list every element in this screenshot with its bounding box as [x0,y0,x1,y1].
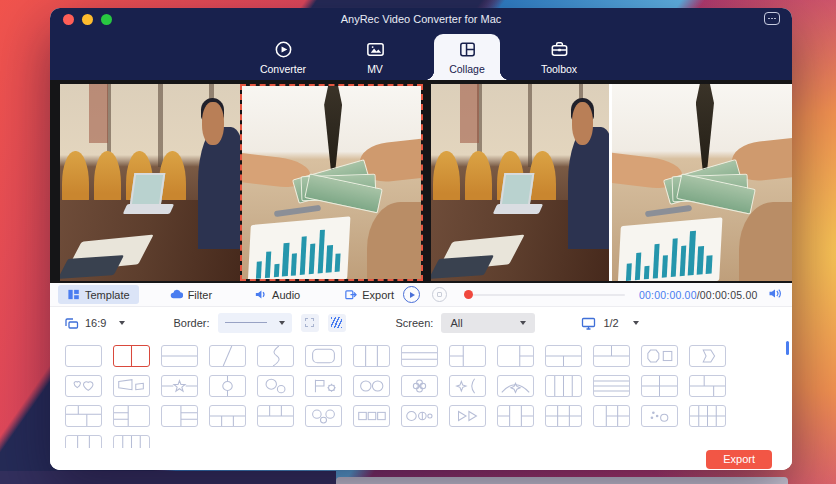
tool-tab-filter[interactable]: Filter [161,285,221,304]
template-item-left-big-right-split[interactable] [497,345,534,367]
export-arrow-icon [344,288,357,301]
bottom-bar: Export [50,448,792,470]
template-item-star-line[interactable] [161,375,198,397]
tool-tab-audio[interactable]: Audio [245,285,309,304]
template-item-arc-star[interactable] [497,375,534,397]
template-item-clover[interactable] [401,375,438,397]
template-item-grid-3x2[interactable] [545,405,582,427]
template-item-split-4v[interactable] [545,375,582,397]
template-item-dots-circle[interactable] [641,405,678,427]
tool-tab-audio-label: Audio [272,289,300,301]
template-item-burst-curve[interactable] [449,375,486,397]
template-item-circles-pair[interactable] [353,375,390,397]
tab-collage[interactable]: Collage [434,34,500,80]
template-item-grid-corner[interactable] [65,405,102,427]
collage-icon [457,39,478,60]
template-item-split-3h[interactable] [401,345,438,367]
money-photo [612,84,792,281]
template-item-circle-split-dot[interactable] [401,405,438,427]
person-body [198,127,239,249]
template-item-split-3v[interactable] [65,435,102,448]
template-item-left-col-grid[interactable] [593,405,630,427]
background-window-dark [0,471,336,484]
office-photo [60,84,240,281]
collage-cell-money-selected[interactable] [240,84,423,281]
grid-scrollbar-thumb[interactable] [786,341,789,355]
volume-button[interactable] [768,287,782,302]
template-item-blank[interactable] [65,345,102,367]
template-item-top-split-bottom-full[interactable] [593,345,630,367]
template-item-curve-split[interactable] [257,345,294,367]
template-item-split-4h[interactable] [593,375,630,397]
app-window: AnyRec Video Converter for Mac Converter… [50,8,792,470]
template-item-top-full-bottom-split[interactable] [545,345,582,367]
preview-cell-money [612,84,792,281]
tool-tab-template[interactable]: Template [58,285,139,304]
template-item-pentagon-frame[interactable] [689,345,726,367]
right-forearm [367,202,423,281]
template-item-diagonal-split[interactable] [209,345,246,367]
template-grid [65,345,726,448]
template-item-circle-line[interactable] [209,375,246,397]
tab-toolbox[interactable]: Toolbox [526,30,592,80]
tool-tab-template-label: Template [85,289,130,301]
template-item-split-2v[interactable] [113,345,150,367]
play-button[interactable] [403,286,420,303]
seek-bar[interactable] [465,294,625,296]
screen-value: All [450,317,462,329]
aspect-caret-icon [119,321,125,325]
template-item-split-3v[interactable] [353,345,390,367]
template-item-flag-gear[interactable] [305,375,342,397]
tab-converter-label: Converter [260,63,306,75]
collage-preview-panel [431,84,792,281]
tab-mv[interactable]: MV [342,30,408,80]
template-item-grid-4x2[interactable] [689,405,726,427]
template-item-top-full-bottom-3[interactable] [209,405,246,427]
screen-dropdown[interactable]: All [441,313,535,333]
person-body [568,127,609,249]
template-item-grid-2x2[interactable] [641,375,678,397]
template-item-cols-outer-split[interactable] [497,405,534,427]
aspect-ratio-value: 16:9 [85,317,106,329]
template-item-rounded-frame[interactable] [305,345,342,367]
template-item-left-2rows-right-big[interactable] [113,405,150,427]
bar-chart-drawing [626,229,714,281]
time-display: 00:00:00.00/00:00:05.00 [639,289,757,301]
template-item-circles-duo[interactable] [257,375,294,397]
office-photo [431,84,609,281]
template-item-left-split-right-big[interactable] [449,345,486,367]
collage-cell-office[interactable] [60,84,240,281]
export-button[interactable]: Export [706,450,772,469]
template-item-split-4v[interactable] [113,435,150,448]
office-chair [433,151,460,204]
necktie [324,86,342,171]
border-label: Border: [173,317,209,329]
border-dashed-toggle[interactable] [301,314,319,332]
titlebar: AnyRec Video Converter for Mac [50,8,792,30]
template-item-circles-trio[interactable] [305,405,342,427]
control-bar: Template Filter Audio Export [50,283,792,307]
filter-cloud-icon [170,288,183,301]
aspect-ratio-dropdown[interactable]: 16:9 [64,316,125,330]
template-item-split-2h[interactable] [161,345,198,367]
border-caret-icon [279,321,285,325]
feedback-icon[interactable] [764,12,780,25]
template-item-top-3-bottom-full[interactable] [257,405,294,427]
template-item-triangles-duo[interactable] [449,405,486,427]
page-selector[interactable]: 1/2 [581,316,638,330]
border-pattern-toggle[interactable] [328,314,346,332]
tool-tab-export[interactable]: Export [335,285,403,304]
template-item-hearts[interactable] [65,375,102,397]
template-item-grid-offset[interactable] [689,375,726,397]
preview-cell-office [431,84,609,281]
stop-button[interactable] [432,287,447,302]
template-item-left-big-right-2rows[interactable] [161,405,198,427]
template-item-trapezoids[interactable] [113,375,150,397]
tab-converter[interactable]: Converter [250,30,316,80]
template-item-squares-trio[interactable] [353,405,390,427]
playhead-dot[interactable] [464,290,473,299]
border-style-dropdown[interactable] [218,313,292,333]
collage-editor-panel [60,84,423,281]
screen-label: Screen: [396,317,434,329]
template-item-octagon-square[interactable] [641,345,678,367]
